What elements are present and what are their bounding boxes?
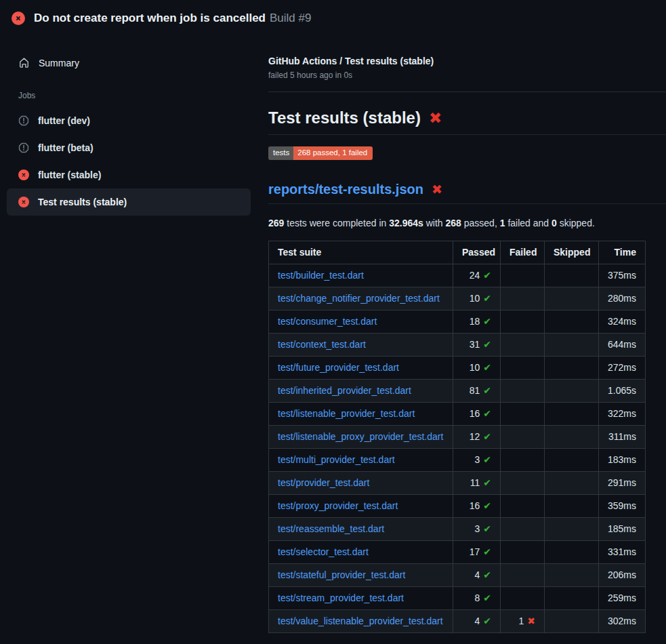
cell-skipped <box>545 540 599 563</box>
table-row: test/multi_provider_test.dart3✔183ms <box>269 448 646 471</box>
test-suite-link[interactable]: test/future_provider_test.dart <box>278 362 399 373</box>
badge-value: 268 passed, 1 failed <box>293 146 373 160</box>
page-header: Do not create report when job is cancell… <box>0 0 666 35</box>
table-row: test/builder_test.dart24✔375ms <box>269 264 646 287</box>
stop-icon <box>18 115 29 126</box>
column-header: Time <box>599 241 646 264</box>
sidebar-item-summary[interactable]: Summary <box>0 52 257 74</box>
cell-failed <box>501 287 545 310</box>
table-row: test/listenable_provider_test.dart16✔322… <box>269 402 646 425</box>
table-row: test/inherited_provider_test.dart81✔1.06… <box>269 379 646 402</box>
cell-passed: 17✔ <box>453 540 501 563</box>
passed-count: 3 <box>474 454 480 465</box>
passed-count: 4 <box>474 616 480 626</box>
cell-test-suite: test/context_test.dart <box>269 333 453 356</box>
job-status-icon-slot <box>18 197 29 207</box>
cell-time: 324ms <box>599 310 646 333</box>
cell-test-suite: test/stateful_provider_test.dart <box>269 563 453 586</box>
table-row: test/provider_test.dart11✔291ms <box>269 471 646 494</box>
summary-segment: 0 <box>551 218 557 228</box>
cell-skipped <box>545 356 599 379</box>
jobs-heading: Jobs <box>0 74 257 107</box>
cell-test-suite: test/multi_provider_test.dart <box>269 448 453 471</box>
cell-time: 272ms <box>599 356 646 379</box>
cell-time: 183ms <box>599 448 646 471</box>
test-suite-link[interactable]: test/reassemble_test.dart <box>278 523 384 534</box>
test-suite-link[interactable]: test/multi_provider_test.dart <box>278 454 395 465</box>
cell-time: 331ms <box>599 540 646 563</box>
cell-passed: 81✔ <box>453 379 501 402</box>
cell-skipped <box>545 379 599 402</box>
tests-status-badge: tests 268 passed, 1 failed <box>268 146 373 160</box>
passed-count: 12 <box>470 431 480 442</box>
cell-test-suite: test/change_notifier_provider_test.dart <box>269 287 453 310</box>
test-suite-link[interactable]: test/inherited_provider_test.dart <box>278 385 411 396</box>
sidebar-summary-label: Summary <box>39 58 79 68</box>
sidebar-job-item[interactable]: flutter (stable) <box>7 161 251 188</box>
test-suite-link[interactable]: test/change_notifier_provider_test.dart <box>278 293 440 304</box>
job-status-icon-slot <box>18 115 29 126</box>
cross-icon: ✖ <box>432 182 442 197</box>
cell-time: 322ms <box>599 402 646 425</box>
test-suite-link[interactable]: test/stateful_provider_test.dart <box>278 569 405 580</box>
test-suite-link[interactable]: test/value_listenable_provider_test.dart <box>278 616 443 626</box>
cell-test-suite: test/stream_provider_test.dart <box>269 586 453 609</box>
cell-test-suite: test/provider_test.dart <box>269 471 453 494</box>
table-body: test/builder_test.dart24✔375mstest/chang… <box>269 264 646 632</box>
cell-passed: 12✔ <box>453 425 501 448</box>
sidebar-job-label: flutter (dev) <box>38 115 90 126</box>
cell-failed <box>501 586 545 609</box>
summary-segment: with <box>423 218 446 228</box>
test-suite-link[interactable]: test/provider_test.dart <box>278 477 369 488</box>
check-icon: ✔ <box>483 569 491 580</box>
cell-failed <box>501 494 545 517</box>
test-suite-link[interactable]: test/stream_provider_test.dart <box>278 592 404 603</box>
test-suite-link[interactable]: test/builder_test.dart <box>278 270 364 281</box>
sidebar-job-label: flutter (stable) <box>38 169 101 180</box>
cell-skipped <box>545 494 599 517</box>
sidebar-job-label: Test results (stable) <box>38 197 127 207</box>
cell-passed: 11✔ <box>453 471 501 494</box>
cell-skipped <box>545 310 599 333</box>
divider <box>268 92 666 92</box>
sidebar-job-item[interactable]: flutter (dev) <box>7 107 251 134</box>
passed-count: 3 <box>474 523 480 534</box>
cell-failed <box>501 379 545 402</box>
passed-count: 17 <box>470 546 480 557</box>
report-heading: reports/test-results.json ✖ <box>268 182 666 204</box>
sidebar-job-item[interactable]: Test results (stable) <box>7 188 251 216</box>
job-status-icon-slot <box>18 142 29 153</box>
cell-time: 259ms <box>599 586 646 609</box>
table-row: test/reassemble_test.dart3✔185ms <box>269 517 646 540</box>
cell-passed: 16✔ <box>453 494 501 517</box>
test-suite-link[interactable]: test/listenable_proxy_provider_test.dart <box>278 431 443 442</box>
cell-test-suite: test/listenable_provider_test.dart <box>269 402 453 425</box>
passed-count: 81 <box>470 385 480 396</box>
check-icon: ✔ <box>483 477 491 488</box>
cell-test-suite: test/value_listenable_provider_test.dart <box>269 609 453 632</box>
check-icon: ✔ <box>483 431 491 442</box>
test-suite-link[interactable]: test/consumer_test.dart <box>278 316 377 327</box>
test-suite-link[interactable]: test/selector_test.dart <box>278 546 369 557</box>
column-header: Failed <box>501 241 545 264</box>
cell-skipped <box>545 471 599 494</box>
cell-failed <box>501 264 545 287</box>
cell-skipped <box>545 609 599 632</box>
sidebar-job-item[interactable]: flutter (beta) <box>7 134 251 161</box>
cross-icon: ✖ <box>429 109 442 127</box>
cell-passed: 4✔ <box>453 609 501 632</box>
cell-time: 206ms <box>599 563 646 586</box>
test-suite-link[interactable]: test/proxy_provider_test.dart <box>278 500 398 511</box>
passed-count: 16 <box>470 500 480 511</box>
column-header: Skipped <box>545 241 599 264</box>
check-icon: ✔ <box>483 454 491 465</box>
test-suite-link[interactable]: test/context_test.dart <box>278 339 366 350</box>
test-suite-link[interactable]: test/listenable_provider_test.dart <box>278 408 415 419</box>
test-results-table: Test suitePassedFailedSkippedTime test/b… <box>268 241 646 633</box>
check-icon: ✔ <box>483 616 491 626</box>
cell-failed <box>501 402 545 425</box>
cell-passed: 31✔ <box>453 333 501 356</box>
summary-text: 269 tests were completed in 32.964s with… <box>268 218 666 228</box>
table-row: test/change_notifier_provider_test.dart1… <box>269 287 646 310</box>
report-file-link[interactable]: reports/test-results.json <box>268 182 423 197</box>
